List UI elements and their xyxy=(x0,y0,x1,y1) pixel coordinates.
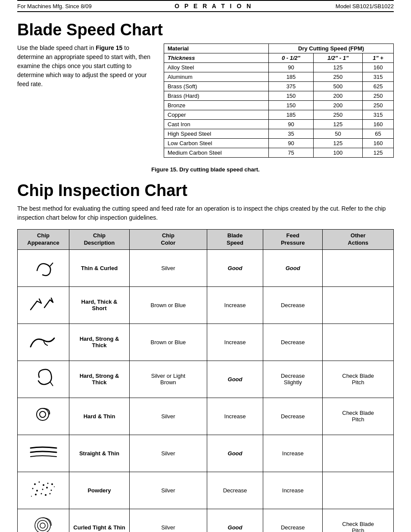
chip-col-description: ChipDescription xyxy=(69,230,130,250)
svg-point-8 xyxy=(36,490,38,492)
table-cell: 75 xyxy=(269,148,314,158)
table-cell: 125 xyxy=(363,148,394,158)
table-cell: Brass (Soft) xyxy=(164,82,269,91)
table-cell: 125 xyxy=(313,139,362,148)
table-cell: Cast Iron xyxy=(164,120,269,129)
table-cell: Alloy Steel xyxy=(164,63,269,72)
table-cell: 160 xyxy=(363,120,394,129)
chip-intro: The best method for evaluating the cutti… xyxy=(17,204,394,222)
chip-appearance-cell xyxy=(18,324,69,361)
page-wrapper: For Machines Mfg. Since 8/09 O P E R A T… xyxy=(0,0,411,532)
chip-appearance-cell xyxy=(18,398,69,435)
svg-point-6 xyxy=(51,483,53,485)
table-row: Aluminum185250315 xyxy=(164,72,394,82)
svg-point-14 xyxy=(45,494,47,496)
table-row: Hard, Thick &ShortBrown or BlueIncreaseD… xyxy=(18,286,394,324)
chip-speed-cell: Decrease xyxy=(207,472,263,509)
svg-point-0 xyxy=(37,408,49,420)
chip-pressure-cell: Good xyxy=(263,249,323,286)
table-cell: 125 xyxy=(313,120,362,129)
chip-desc-cell: Hard, Thick &Short xyxy=(69,286,130,324)
chip-desc-cell: Hard, Strong &Thick xyxy=(69,361,130,398)
chip-speed-cell: Increase xyxy=(207,398,263,435)
chip-color-cell: Silver xyxy=(130,472,207,509)
col-half-1: 1/2" - 1" xyxy=(313,53,362,63)
chip-speed-cell: Good xyxy=(207,435,263,472)
chip-speed-cell: Increase xyxy=(207,286,263,324)
table-row: Copper185250315 xyxy=(164,110,394,120)
blade-figure-caption: Figure 15. Dry cutting blade speed chart… xyxy=(17,166,394,173)
table-row: Straight & ThinSilverGoodIncrease xyxy=(18,435,394,472)
table-row: High Speed Steel355065 xyxy=(164,129,394,139)
col-1plus: 1" + xyxy=(363,53,394,63)
svg-point-3 xyxy=(38,481,40,482)
table-cell: High Speed Steel xyxy=(164,129,269,139)
table-cell: Aluminum xyxy=(164,72,269,82)
chip-appearance-cell xyxy=(18,286,69,324)
svg-point-10 xyxy=(46,487,48,488)
speed-table: Material Dry Cutting Speed (FPM) Thickne… xyxy=(164,44,394,158)
table-row: Thin & CurledSilverGoodGood xyxy=(18,249,394,286)
chip-color-cell: Silver xyxy=(130,435,207,472)
table-row: Medium Carbon Steel75100125 xyxy=(164,148,394,158)
chip-actions-cell: Check BladePitch xyxy=(323,509,394,532)
chip-pressure-cell: DecreaseSlightly xyxy=(263,361,323,398)
svg-point-11 xyxy=(50,489,52,491)
table-cell: 315 xyxy=(363,110,394,120)
svg-point-2 xyxy=(34,483,36,485)
table-row: PowderySilverDecreaseIncrease xyxy=(18,472,394,509)
chip-actions-cell xyxy=(323,324,394,361)
chip-color-cell: Silver xyxy=(130,249,207,286)
table-cell: 160 xyxy=(363,139,394,148)
table-cell: 250 xyxy=(313,110,362,120)
chip-actions-cell: Check BladePitch xyxy=(323,398,394,435)
chip-pressure-cell: Increase xyxy=(263,472,323,509)
svg-point-12 xyxy=(35,494,37,495)
table-cell: Medium Carbon Steel xyxy=(164,148,269,158)
table-cell: 35 xyxy=(269,129,314,139)
chip-desc-cell: Thin & Curled xyxy=(69,249,130,286)
chip-speed-cell: Good xyxy=(207,361,263,398)
chip-speed-cell: Good xyxy=(207,509,263,532)
chip-table: ChipAppearance ChipDescription ChipColor… xyxy=(17,229,394,532)
table-cell: 375 xyxy=(269,82,314,91)
chip-actions-cell xyxy=(323,286,394,324)
svg-point-17 xyxy=(54,486,55,487)
chip-desc-cell: Hard & Thin xyxy=(69,398,130,435)
svg-point-16 xyxy=(31,496,32,497)
chip-appearance-cell xyxy=(18,509,69,532)
svg-point-19 xyxy=(37,520,48,531)
table-cell: 150 xyxy=(269,91,314,101)
col-0-half: 0 - 1/2" xyxy=(269,53,314,63)
table-row: Brass (Soft)375500625 xyxy=(164,82,394,91)
speed-table-wrapper: Material Dry Cutting Speed (FPM) Thickne… xyxy=(164,44,394,158)
chip-speed-cell: Increase xyxy=(207,324,263,361)
svg-point-20 xyxy=(40,523,45,528)
chip-actions-cell xyxy=(323,249,394,286)
table-row: Low Carbon Steel90125160 xyxy=(164,139,394,148)
chip-col-appearance: ChipAppearance xyxy=(18,230,69,250)
table-row: Curled Tight & ThinSilverGoodDecreaseChe… xyxy=(18,509,394,532)
chip-color-cell: Silver xyxy=(130,509,207,532)
header-center: O P E R A T I O N xyxy=(174,3,252,9)
svg-point-5 xyxy=(47,482,48,484)
chip-speed-cell: Good xyxy=(207,249,263,286)
chip-color-cell: Silver xyxy=(130,398,207,435)
header-right: Model SB1021/SB1022 xyxy=(336,3,394,9)
col-thickness: Thickness xyxy=(164,53,269,63)
chip-pressure-cell: Decrease xyxy=(263,324,323,361)
chip-appearance-cell xyxy=(18,435,69,472)
header-bar: For Machines Mfg. Since 8/09 O P E R A T… xyxy=(17,0,394,12)
header-left: For Machines Mfg. Since 8/09 xyxy=(17,3,92,9)
chip-pressure-cell: Decrease xyxy=(263,398,323,435)
blade-section: Use the blade speed chart in Figure 15 t… xyxy=(17,44,394,158)
chip-col-pressure: FeedPressure xyxy=(263,230,323,250)
chip-inspection-title: Chip Inspection Chart xyxy=(17,181,394,200)
table-cell: 90 xyxy=(269,63,314,72)
table-cell: 625 xyxy=(363,82,394,91)
table-cell: Copper xyxy=(164,110,269,120)
table-cell: 160 xyxy=(363,63,394,72)
svg-point-15 xyxy=(49,493,50,494)
chip-pressure-cell: Increase xyxy=(263,435,323,472)
table-cell: 150 xyxy=(269,101,314,110)
